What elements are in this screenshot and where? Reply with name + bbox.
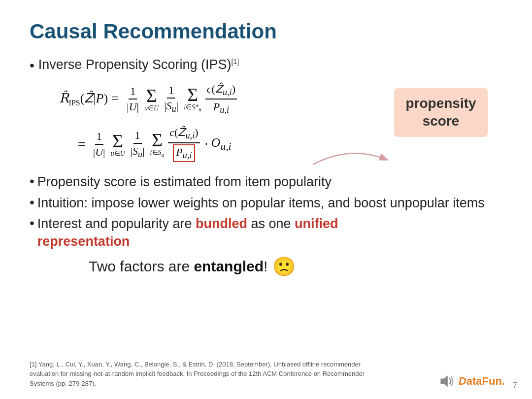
ips-label: Inverse Propensity Scoring (IPS)[1]	[38, 57, 239, 72]
representation-word: representation	[37, 234, 130, 249]
sum-uU-2: Σ u∈U	[111, 132, 125, 157]
sum-uU-1: Σ u∈U	[144, 86, 159, 112]
bundled-word: bundled	[196, 216, 247, 231]
bullet-section-ips: • Inverse Propensity Scoring (IPS)[1]	[30, 57, 502, 74]
propensity-callout-text: propensityscore	[405, 96, 476, 129]
bullet-lower-2-text: Intuition: impose lower weights on popul…	[37, 194, 485, 212]
entangled-suffix: !	[264, 258, 267, 275]
formula-block: R̂IPS(Ẑ|P) = 1 |U| Σ u∈U 1 |Su| Σ i∈S*u	[59, 83, 502, 163]
sad-emoji: 🙁	[272, 256, 296, 277]
propensity-callout: propensityscore	[394, 88, 488, 137]
frac-1-U: 1 |U|	[125, 85, 140, 113]
equals-sign: =	[78, 136, 86, 152]
unified-word: unified	[295, 216, 338, 231]
datafun-text: DataFun.	[459, 375, 505, 388]
entangled-prefix: Two factors are	[89, 258, 190, 275]
formula-lhs-1: R̂IPS(Ẑ|P) =	[59, 91, 118, 107]
frac-1-U-2: 1 |U|	[92, 130, 107, 159]
footnote: [1] Yang, L., Cui, Y., Xuan, Y., Wang, C…	[30, 360, 365, 389]
cdot: ·	[205, 136, 208, 152]
O-term: Ou,i	[211, 135, 232, 153]
bullet-item-ips: • Inverse Propensity Scoring (IPS)[1]	[30, 57, 502, 74]
datafun-logo: DataFun.	[438, 372, 505, 390]
callout-arrow	[310, 150, 389, 169]
entangled-bold: entangled	[190, 258, 264, 275]
bullet-lower-1-text: Propensity score is estimated from item …	[37, 173, 332, 191]
red-box-P: Pu,i	[173, 144, 195, 162]
bullet-dot-1: •	[30, 57, 34, 74]
speaker-icon	[438, 372, 456, 390]
bullet-lower-1: • Propensity score is estimated from ite…	[30, 173, 502, 191]
frac-c-P: c(Ẑu,i) Pu,i	[205, 83, 237, 116]
sum-iSu-star: Σ i∈S*u	[184, 85, 201, 112]
bullet-lower-3: • Interest and popularity are bundled as…	[30, 215, 502, 251]
sum-iSu: Σ i∈Su	[150, 131, 165, 158]
slide-title: Causal Recommendation	[30, 20, 502, 43]
svg-marker-0	[440, 375, 447, 387]
bullet-dot-lower-2: •	[30, 194, 34, 211]
bullet-dot-lower-3: •	[30, 215, 34, 232]
slide-number: 7	[513, 381, 517, 390]
bullet-dot-lower-1: •	[30, 173, 34, 190]
entangled-section: Two factors are entangled ! 🙁	[89, 256, 502, 277]
ips-sup: [1]	[231, 58, 239, 66]
frac-1-Su: 1 |Su|	[163, 84, 180, 114]
bullet-lower-3-text: Interest and popularity are bundled as o…	[37, 215, 338, 251]
frac-c-P-boxed: c(Ẑu,i) Pu,i	[168, 126, 200, 162]
frac-1-Su-2: 1 |Su|	[129, 129, 146, 160]
bullet-items-lower: • Propensity score is estimated from ite…	[30, 173, 502, 251]
bullet-lower-2: • Intuition: impose lower weights on pop…	[30, 194, 502, 212]
slide: Causal Recommendation • Inverse Propensi…	[0, 0, 532, 399]
